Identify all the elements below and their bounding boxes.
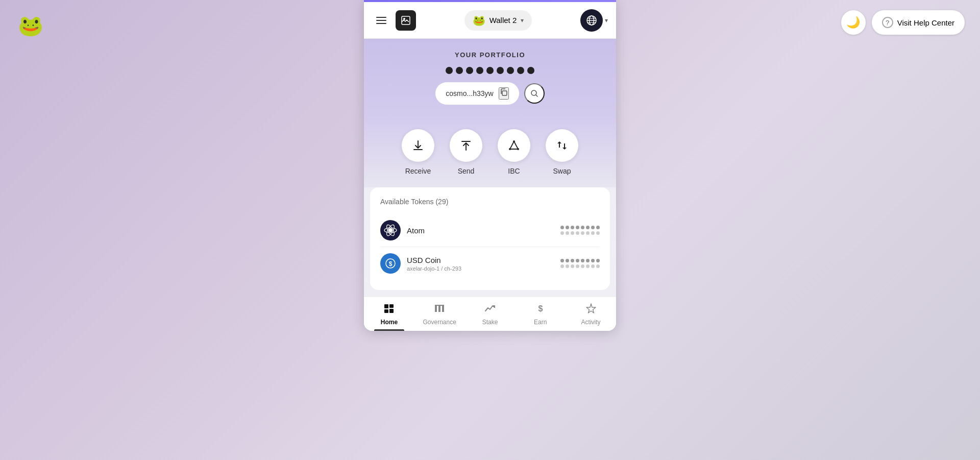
wallet-panel: 🐸 Wallet 2 ▾ ▾ YOUR PORTFOLIO (364, 0, 616, 331)
topbar-left (372, 10, 416, 31)
receive-action[interactable]: Receive (402, 129, 434, 175)
nav-item-home[interactable]: Home (364, 297, 414, 331)
token-left-atom: Atom (380, 220, 425, 240)
home-label: Home (381, 319, 398, 326)
ibc-label: IBC (508, 167, 520, 175)
receive-icon (412, 139, 424, 152)
earn-icon: $ (535, 303, 546, 317)
token-info-atom: Atom (407, 226, 425, 235)
atom-amount-dots (560, 226, 600, 229)
balance-dot (517, 67, 524, 74)
wallet-frog-icon: 🐸 (473, 14, 485, 27)
svg-marker-32 (586, 304, 596, 313)
tokens-header: Available Tokens (29) (380, 198, 600, 206)
wallet-chevron-icon: ▾ (521, 17, 524, 24)
svg-point-16 (388, 228, 393, 232)
usdc-values (560, 259, 600, 268)
nav-item-activity[interactable]: Activity (566, 297, 616, 331)
globe-icon (586, 15, 597, 26)
portfolio-section: YOUR PORTFOLIO cosmo...h33yw (364, 39, 616, 119)
usdc-value-dots (560, 264, 600, 268)
search-button[interactable] (524, 83, 545, 104)
ibc-icon (508, 139, 520, 152)
actions-section: Receive Send IBC (364, 119, 616, 187)
swap-button[interactable] (546, 129, 578, 162)
ibc-button[interactable] (498, 129, 530, 162)
send-button[interactable] (450, 129, 482, 162)
stake-label: Stake (482, 319, 498, 326)
balance-dot (466, 67, 473, 74)
nav-item-stake[interactable]: Stake (465, 297, 516, 331)
usdc-subtitle: axelar-dojo-1 / ch-293 (407, 265, 461, 272)
swap-action[interactable]: Swap (546, 129, 578, 175)
nav-item-governance[interactable]: Governance (414, 297, 465, 331)
svg-rect-29 (442, 305, 444, 312)
svg-rect-25 (389, 304, 394, 308)
portfolio-title: YOUR PORTFOLIO (455, 51, 525, 59)
globe-chevron-icon: ▾ (605, 17, 608, 24)
token-item-usdc[interactable]: $ USD Coin axelar-dojo-1 / ch-293 (380, 247, 600, 280)
wallet-address: cosmo...h33yw (446, 89, 493, 98)
svg-rect-26 (389, 309, 394, 313)
atom-logo (383, 223, 398, 237)
wallet-name: Wallet 2 (489, 16, 517, 25)
bottom-nav: Home Governance Stake (364, 296, 616, 331)
token-info-usdc: USD Coin axelar-dojo-1 / ch-293 (407, 256, 461, 272)
menu-line-1 (376, 17, 386, 18)
send-icon (460, 139, 472, 152)
menu-line-3 (376, 23, 386, 24)
menu-button[interactable] (372, 13, 390, 28)
top-right-controls: 🌙 ? Visit Help Center (841, 10, 965, 35)
governance-icon (434, 303, 445, 317)
portfolio-balance-dots (446, 67, 534, 74)
moon-icon: 🌙 (846, 16, 860, 29)
activity-icon (585, 303, 597, 317)
ibc-action[interactable]: IBC (498, 129, 530, 175)
svg-line-9 (536, 95, 537, 96)
receive-label: Receive (405, 167, 431, 175)
usdc-name: USD Coin (407, 256, 461, 264)
receive-button[interactable] (402, 129, 434, 162)
svg-rect-23 (384, 304, 388, 308)
globe-area: ▾ (580, 9, 608, 32)
svg-rect-7 (502, 91, 507, 95)
token-item-atom[interactable]: Atom (380, 214, 600, 247)
swap-label: Swap (553, 167, 571, 175)
help-icon: ? (882, 17, 893, 28)
balance-dot (486, 67, 494, 74)
address-group: cosmo...h33yw (435, 82, 544, 105)
send-action[interactable]: Send (450, 129, 482, 175)
balance-dot (446, 67, 453, 74)
svg-point-14 (517, 148, 519, 150)
svg-rect-27 (435, 305, 437, 312)
usdc-logo: $ (383, 256, 398, 271)
balance-dot (497, 67, 504, 74)
wallet-selector-button[interactable]: 🐸 Wallet 2 ▾ (464, 10, 532, 31)
svg-text:$: $ (538, 304, 543, 313)
balance-dot (507, 67, 514, 74)
svg-rect-24 (384, 309, 388, 313)
copy-address-button[interactable] (499, 87, 509, 100)
usdc-amount-dots (560, 259, 600, 262)
image-button[interactable] (396, 10, 416, 31)
dark-mode-button[interactable]: 🌙 (841, 10, 866, 35)
visit-help-center-button[interactable]: ? Visit Help Center (872, 10, 965, 35)
search-icon (530, 89, 538, 98)
globe-button[interactable] (580, 9, 603, 32)
help-label: Visit Help Center (897, 18, 954, 27)
tokens-section: Available Tokens (29) Atom (370, 187, 610, 290)
nav-item-earn[interactable]: $ Earn (515, 297, 566, 331)
earn-label: Earn (534, 319, 547, 326)
balance-dot (476, 67, 483, 74)
activity-label: Activity (581, 319, 601, 326)
atom-icon (380, 220, 401, 240)
topbar: 🐸 Wallet 2 ▾ ▾ (364, 2, 616, 39)
image-icon (401, 16, 410, 25)
home-icon (383, 303, 395, 317)
atom-value-dots (560, 231, 600, 235)
stake-icon (484, 303, 496, 317)
atom-values (560, 226, 600, 235)
token-left-usdc: $ USD Coin axelar-dojo-1 / ch-293 (380, 253, 461, 274)
governance-label: Governance (423, 319, 456, 326)
balance-dot (456, 67, 463, 74)
